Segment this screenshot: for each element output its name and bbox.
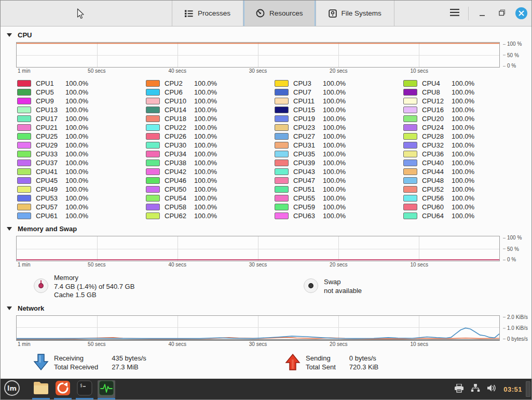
cpu-color-swatch[interactable] [403, 212, 417, 219]
cpu-color-swatch[interactable] [146, 133, 160, 140]
cpu-color-swatch[interactable] [275, 115, 289, 122]
cpu-color-swatch[interactable] [146, 98, 160, 104]
cpu-color-swatch[interactable] [17, 212, 31, 219]
cpu-color-swatch[interactable] [17, 133, 31, 140]
cpu-section-header[interactable]: CPU [7, 31, 531, 39]
file-manager-launcher[interactable] [32, 380, 50, 398]
cpu-label: CPU43 [293, 168, 323, 176]
timeshift-launcher[interactable] [54, 380, 72, 398]
cpu-color-swatch[interactable] [275, 89, 289, 96]
cpu-color-swatch[interactable] [146, 186, 160, 193]
mint-menu-button[interactable]: lm [3, 380, 21, 398]
volume-icon[interactable] [487, 384, 497, 394]
cpu-color-swatch[interactable] [146, 195, 160, 202]
cpu-usage-value: 100.0% [194, 115, 225, 123]
cpu-color-swatch[interactable] [275, 142, 289, 149]
swap-label: Swap [324, 278, 362, 287]
download-arrow-icon [33, 353, 49, 373]
system-monitor-icon [99, 380, 114, 398]
cpu-color-swatch[interactable] [17, 124, 31, 131]
cpu-color-swatch[interactable] [403, 133, 417, 140]
menu-button[interactable] [448, 7, 461, 20]
cpu-color-swatch[interactable] [17, 98, 31, 104]
cpu-color-swatch[interactable] [275, 212, 289, 219]
cpu-color-swatch[interactable] [275, 98, 289, 104]
cpu-color-swatch[interactable] [17, 186, 31, 193]
cpu-color-swatch[interactable] [146, 89, 160, 96]
network-tray-icon[interactable] [471, 384, 480, 394]
y-axis-label: 0 bytes/s [503, 336, 528, 342]
cpu-color-swatch[interactable] [146, 124, 160, 131]
cpu-color-swatch[interactable] [17, 89, 31, 96]
maximize-button[interactable] [496, 7, 508, 20]
cpu-usage-value: 100.0% [65, 88, 97, 96]
cpu-color-swatch[interactable] [403, 115, 417, 122]
svg-text:lm: lm [7, 384, 17, 392]
cpu-color-swatch[interactable] [403, 106, 417, 113]
cpu-color-swatch[interactable] [403, 168, 417, 175]
cpu-legend-item: CPU18100.0% [146, 114, 275, 123]
cpu-color-swatch[interactable] [403, 98, 417, 104]
cpu-color-swatch[interactable] [146, 204, 160, 210]
cpu-color-swatch[interactable] [146, 168, 160, 175]
cpu-color-swatch[interactable] [17, 159, 31, 166]
tab-resources[interactable]: Resources [243, 1, 316, 26]
cpu-color-swatch[interactable] [275, 195, 289, 202]
cpu-color-swatch[interactable] [275, 133, 289, 140]
cpu-color-swatch[interactable] [275, 159, 289, 166]
cpu-color-swatch[interactable] [17, 168, 31, 175]
terminal-launcher[interactable]: $ [76, 380, 93, 398]
cpu-color-swatch[interactable] [403, 177, 417, 184]
cpu-color-swatch[interactable] [146, 115, 160, 122]
cpu-color-swatch[interactable] [403, 195, 417, 202]
cpu-color-swatch[interactable] [403, 142, 417, 149]
cpu-color-swatch[interactable] [403, 89, 417, 96]
cpu-color-swatch[interactable] [146, 212, 160, 219]
cpu-color-swatch[interactable] [146, 177, 160, 184]
cpu-color-swatch[interactable] [146, 142, 160, 149]
tab-processes[interactable]: Processes [172, 1, 243, 26]
cpu-label: CPU51 [293, 185, 323, 193]
cpu-color-swatch[interactable] [275, 106, 289, 113]
cpu-color-swatch[interactable] [403, 186, 417, 193]
cpu-color-swatch[interactable] [275, 168, 289, 175]
network-section-header[interactable]: Network [7, 304, 531, 312]
show-desktop-button[interactable] [526, 381, 530, 397]
cpu-color-swatch[interactable] [17, 115, 31, 122]
system-monitor-launcher[interactable] [98, 380, 115, 398]
cpu-color-swatch[interactable] [17, 80, 31, 87]
tab-file-systems[interactable]: File Systems [316, 1, 394, 26]
cpu-color-swatch[interactable] [275, 124, 289, 131]
cpu-color-swatch[interactable] [275, 177, 289, 184]
cpu-color-swatch[interactable] [146, 80, 160, 87]
cpu-color-swatch[interactable] [275, 204, 289, 210]
cpu-color-swatch[interactable] [146, 151, 160, 157]
taskbar-clock[interactable]: 03:51 [503, 385, 522, 393]
cpu-color-swatch[interactable] [403, 159, 417, 166]
cpu-color-swatch[interactable] [17, 204, 31, 210]
cpu-color-swatch[interactable] [17, 106, 31, 113]
cpu-label: CPU45 [36, 177, 65, 184]
cpu-color-swatch[interactable] [275, 151, 289, 157]
cpu-color-swatch[interactable] [17, 151, 31, 157]
printer-icon[interactable] [454, 384, 464, 395]
cpu-color-swatch[interactable] [403, 124, 417, 131]
close-button[interactable] [515, 7, 527, 19]
cpu-color-swatch[interactable] [403, 204, 417, 210]
cpu-color-swatch[interactable] [146, 106, 160, 113]
cpu-color-swatch[interactable] [403, 80, 417, 87]
memory-section-header[interactable]: Memory and Swap [7, 225, 531, 233]
cpu-color-swatch[interactable] [146, 159, 160, 166]
minimize-button[interactable] [476, 7, 488, 20]
cpu-color-swatch[interactable] [275, 186, 289, 193]
cpu-label: CPU30 [165, 141, 194, 149]
cpu-color-swatch[interactable] [403, 151, 417, 157]
cpu-legend-item: CPU60100.0% [403, 203, 531, 211]
cpu-color-swatch[interactable] [275, 80, 289, 87]
memory-history-chart [16, 236, 500, 261]
network-time-axis: 1 min50 secs40 secs30 secs20 secs10 secs [16, 341, 500, 348]
cpu-color-swatch[interactable] [17, 195, 31, 202]
cpu-color-swatch[interactable] [17, 177, 31, 184]
hamburger-icon [450, 9, 459, 18]
cpu-color-swatch[interactable] [17, 142, 31, 149]
